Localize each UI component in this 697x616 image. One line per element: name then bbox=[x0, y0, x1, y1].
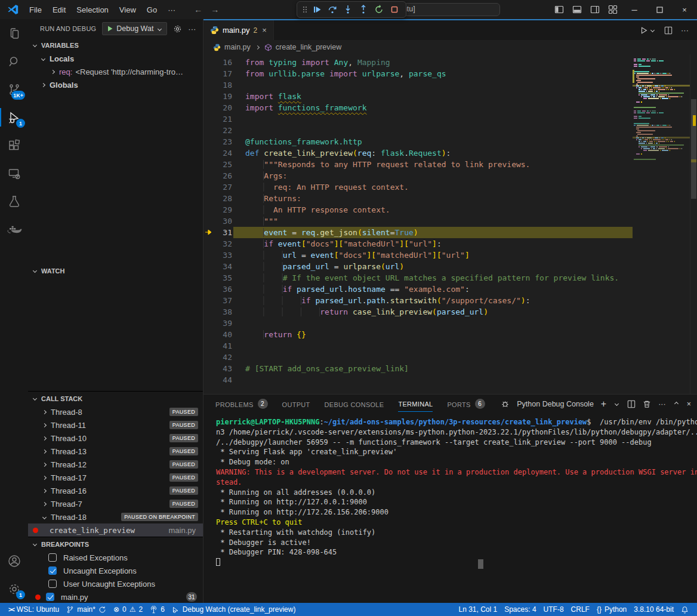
debug-step-over-button[interactable] bbox=[326, 3, 339, 16]
toolbar-grip-icon[interactable] bbox=[302, 5, 308, 14]
close-panel-icon[interactable]: × bbox=[687, 400, 691, 408]
breakpoint-row[interactable]: Uncaught Exceptions bbox=[28, 564, 203, 577]
line-number[interactable]: 37 bbox=[214, 295, 232, 306]
debug-stop-button[interactable] bbox=[388, 3, 401, 16]
maximize-panel-icon[interactable] bbox=[674, 402, 679, 406]
testing-icon[interactable] bbox=[0, 187, 28, 215]
watch-header[interactable]: WATCH bbox=[28, 264, 203, 278]
code-line[interactable]: 39 bbox=[203, 318, 633, 329]
code-line[interactable]: 19import flask bbox=[203, 91, 633, 102]
line-number[interactable]: 31 bbox=[214, 227, 232, 238]
line-number[interactable]: 34 bbox=[214, 261, 232, 272]
toggle-sidebar-icon[interactable] bbox=[550, 0, 568, 19]
close-window-button[interactable]: × bbox=[672, 0, 697, 19]
remote-explorer-icon[interactable] bbox=[0, 159, 28, 187]
call-stack-header[interactable]: CALL STACK bbox=[28, 392, 203, 405]
thread-row[interactable]: Thread-16PAUSED bbox=[28, 484, 203, 497]
line-number[interactable]: 40 bbox=[214, 329, 232, 340]
kill-terminal-icon[interactable] bbox=[643, 400, 651, 408]
code-line[interactable]: 43# [START add_ons_case_preview_link] bbox=[203, 363, 633, 374]
tab-main-py[interactable]: main.py 2 × bbox=[203, 20, 274, 40]
problems-status[interactable]: ⊗0⚠2 bbox=[110, 603, 146, 616]
thread-row[interactable]: Thread-11PAUSED bbox=[28, 418, 203, 432]
line-number[interactable]: 29 bbox=[214, 204, 232, 215]
menu-file[interactable]: File bbox=[24, 3, 47, 16]
docker-icon[interactable] bbox=[0, 215, 28, 244]
explorer-icon[interactable] bbox=[0, 19, 28, 47]
code-line[interactable]: 38 return case_link_preview(parsed_url) bbox=[203, 306, 633, 318]
code-line[interactable]: 23@functions_framework.http bbox=[203, 136, 633, 147]
debug-status[interactable]: Debug Watch (create_link_preview) bbox=[168, 603, 300, 616]
split-terminal-icon[interactable] bbox=[627, 400, 636, 408]
run-and-debug-icon[interactable]: 1 bbox=[0, 103, 28, 131]
line-number[interactable]: 19 bbox=[214, 91, 232, 102]
line-number[interactable]: 21 bbox=[214, 113, 232, 125]
line-number[interactable]: 42 bbox=[214, 352, 232, 363]
indentation[interactable]: Spaces: 4 bbox=[501, 605, 539, 614]
line-number[interactable]: 17 bbox=[214, 68, 232, 79]
customize-layout-icon[interactable] bbox=[604, 0, 622, 19]
thread-row[interactable]: Thread-13PAUSED bbox=[28, 445, 203, 458]
nav-back-icon[interactable]: ← bbox=[194, 5, 202, 14]
eol-sequence[interactable]: CRLF bbox=[568, 605, 593, 614]
panel-more-icon[interactable]: ··· bbox=[658, 400, 666, 408]
line-number[interactable]: 43 bbox=[214, 363, 232, 374]
code-line[interactable]: 29 An HTTP response context. bbox=[203, 204, 633, 215]
line-number[interactable]: 44 bbox=[214, 374, 232, 386]
terminal-dropdown-icon[interactable] bbox=[615, 402, 619, 406]
thread-row[interactable]: Thread-8PAUSED bbox=[28, 405, 203, 418]
accounts-icon[interactable] bbox=[0, 547, 28, 575]
variables-header[interactable]: VARIABLES bbox=[28, 38, 203, 52]
code-line[interactable]: 26 Args: bbox=[203, 170, 633, 181]
globals-row[interactable]: Globals bbox=[28, 78, 203, 91]
stack-frame-row[interactable]: create_link_preview main.py bbox=[28, 523, 203, 537]
thread-row[interactable]: Thread-17PAUSED bbox=[28, 471, 203, 484]
breakpoint-row[interactable]: Raised Exceptions bbox=[28, 551, 203, 564]
python-interpreter[interactable]: 3.8.10 64-bit bbox=[630, 605, 677, 614]
debug-settings-gear-icon[interactable] bbox=[173, 24, 182, 33]
thread-row[interactable]: Thread-12PAUSED bbox=[28, 458, 203, 471]
line-number[interactable]: 27 bbox=[214, 181, 232, 193]
menu-[interactable]: ··· bbox=[162, 3, 181, 16]
settings-gear-icon[interactable]: 1 bbox=[0, 575, 28, 603]
scrollbar-thumb[interactable] bbox=[691, 99, 696, 199]
line-number[interactable]: 18 bbox=[214, 79, 232, 91]
code-line[interactable]: 27 req: An HTTP request context. bbox=[203, 181, 633, 193]
editor-more-actions-icon[interactable]: ··· bbox=[681, 26, 689, 35]
minimize-button[interactable]: ─ bbox=[622, 0, 647, 19]
code-line[interactable]: 44 bbox=[203, 374, 633, 386]
panel-tab-terminal[interactable]: TERMINAL bbox=[398, 395, 433, 413]
terminal[interactable]: pierrick@LAPTOP-HKU5PNNG:~/git/add-ons-s… bbox=[203, 413, 697, 603]
code-line[interactable]: 31 event = req.get_json(silent=True) bbox=[203, 227, 633, 238]
code-line[interactable]: 30 """ bbox=[203, 215, 633, 227]
maximize-button[interactable] bbox=[647, 0, 672, 19]
thread-row[interactable]: Thread-10PAUSED bbox=[28, 432, 203, 445]
menu-selection[interactable]: Selection bbox=[71, 3, 113, 16]
panel-tab-debug-console[interactable]: DEBUG CONSOLE bbox=[325, 395, 384, 413]
extensions-icon[interactable] bbox=[0, 131, 28, 159]
nav-forward-icon[interactable]: → bbox=[211, 5, 219, 14]
code-line[interactable]: 28 Returns: bbox=[203, 193, 633, 204]
code-line[interactable]: 41 bbox=[203, 340, 633, 352]
line-number[interactable]: 39 bbox=[214, 318, 232, 329]
breakpoint-row[interactable]: User Uncaught Exceptions bbox=[28, 577, 203, 590]
code-line[interactable]: 22 bbox=[203, 125, 633, 136]
line-number[interactable]: 16 bbox=[214, 57, 232, 68]
line-number[interactable]: 33 bbox=[214, 250, 232, 261]
line-number[interactable]: 23 bbox=[214, 136, 232, 147]
debug-step-into-button[interactable] bbox=[341, 3, 354, 16]
breakpoint-checkbox[interactable] bbox=[46, 593, 54, 601]
launch-config-dropdown[interactable]: Debug Wat bbox=[102, 22, 167, 35]
line-number[interactable]: 36 bbox=[214, 284, 232, 295]
source-control-icon[interactable]: 1K+ bbox=[0, 75, 28, 103]
breadcrumb-symbol[interactable]: create_link_preview bbox=[276, 43, 341, 51]
breakpoint-checkbox[interactable] bbox=[48, 553, 57, 562]
line-number[interactable]: 35 bbox=[214, 272, 232, 284]
thread-row[interactable]: Thread-18PAUSED ON BREAKPOINT bbox=[28, 510, 203, 523]
editor-scrollbar[interactable] bbox=[690, 54, 697, 394]
code-line[interactable]: 32 if event["docs"]["matchedUrl"]["url"]… bbox=[203, 238, 633, 250]
line-number[interactable]: 26 bbox=[214, 170, 232, 181]
breadcrumb-file[interactable]: main.py bbox=[224, 43, 251, 51]
line-number[interactable]: 22 bbox=[214, 125, 232, 136]
breakpoints-header[interactable]: BREAKPOINTS bbox=[28, 537, 203, 551]
